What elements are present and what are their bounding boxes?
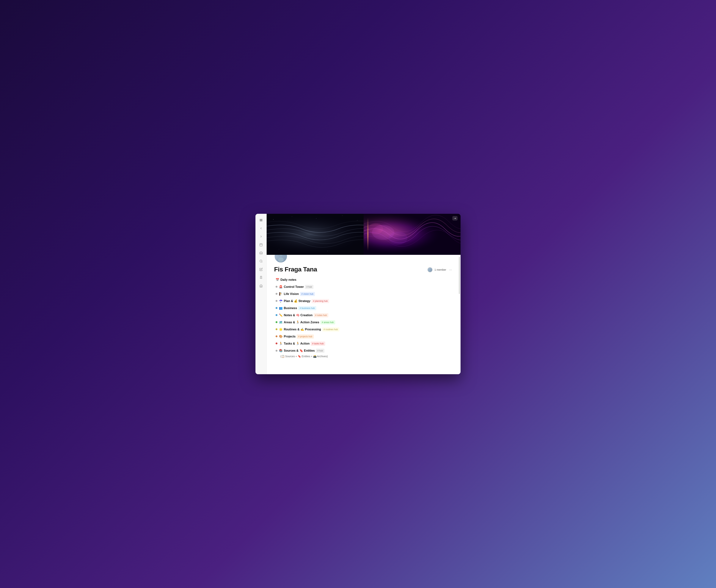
item-emoji: 🌟: [279, 327, 283, 332]
sidebar-toggle-icon[interactable]: [258, 217, 264, 224]
item-label: Daily notes: [280, 278, 296, 282]
svg-point-7: [260, 260, 262, 262]
svg-point-18: [327, 251, 328, 251]
svg-rect-3: [260, 244, 262, 246]
expand-button[interactable]: ⇥: [452, 216, 458, 220]
sidebar: [256, 214, 267, 374]
back-icon[interactable]: [258, 225, 264, 232]
item-tag: # tasks hub: [311, 341, 325, 346]
app-window: ⇥ Fis Fraga Tana: [256, 214, 460, 374]
item-content: 🏃 Tasks & 🏃 Action # tasks hub: [279, 341, 325, 346]
svg-rect-1: [260, 220, 262, 220]
item-label: Control Tower: [284, 285, 304, 289]
item-dot: [276, 335, 278, 337]
item-tag: # hub: [305, 285, 313, 289]
banner: [267, 214, 460, 255]
item-label: Sources & 🔖 Entities: [284, 349, 315, 353]
member-info: 1 member ···: [427, 267, 453, 272]
item-content: 🧗 Life Vision # vision hub: [279, 292, 315, 296]
svg-point-23: [368, 223, 383, 234]
item-emoji: 📚: [279, 349, 283, 353]
item-label: Life Vision: [284, 292, 299, 296]
member-avatar-icon: [427, 267, 433, 272]
workspace-title: Fis Fraga Tana: [274, 266, 317, 273]
item-emoji: 🚨: [279, 285, 283, 289]
list-item[interactable]: 👥 Business # business hub: [274, 305, 453, 311]
list-item[interactable]: 🗺️ Areas & 🏃 Action Zones # areas hub: [274, 319, 453, 326]
profile-section: Fis Fraga Tana 1 member ···: [274, 255, 453, 273]
member-count: 1 member: [434, 268, 446, 271]
banner-right: [364, 214, 460, 255]
main-content: ⇥ Fis Fraga Tana: [267, 214, 460, 374]
list-item[interactable]: 🏃 Tasks & 🏃 Action # tasks hub: [274, 340, 453, 347]
svg-point-12: [273, 219, 274, 219]
item-emoji: 🏃: [279, 341, 283, 346]
item-dot: [276, 321, 278, 323]
item-emoji: 👥: [279, 306, 283, 310]
scrollbar-track: [459, 255, 460, 374]
item-tag: # hub: [316, 349, 324, 353]
item-dot: [276, 342, 278, 344]
scrollbar-thumb[interactable]: [459, 257, 460, 294]
item-dot: [276, 328, 278, 330]
search-icon[interactable]: [258, 258, 264, 265]
item-dot: [276, 293, 278, 295]
item-content: ☂️ Plan & 💰 Strategy # planning hub: [279, 299, 329, 303]
item-content: 📚 Sources & 🔖 Entities # hub: [279, 349, 324, 353]
item-dot: [276, 300, 278, 302]
item-dot: [276, 286, 278, 288]
top-bar: ⇥: [452, 216, 458, 220]
item-label: Routines & ✍️ Processing: [284, 327, 321, 332]
sources-main-row: 📚 Sources & 🔖 Entities # hub: [276, 349, 324, 353]
item-tag: # areas hub: [320, 320, 335, 324]
item-content: 👥 Business # business hub: [279, 306, 316, 310]
item-tag: # vision hub: [300, 292, 315, 296]
svg-rect-0: [260, 219, 262, 219]
svg-point-28: [278, 257, 284, 262]
list-item[interactable]: 🧗 Life Vision # vision hub: [274, 291, 453, 297]
item-tag: # business hub: [298, 306, 316, 310]
home-icon[interactable]: [258, 282, 264, 289]
inbox-icon[interactable]: [258, 250, 264, 256]
forward-icon[interactable]: [258, 233, 264, 240]
item-emoji: 🧗: [279, 292, 283, 296]
list-item[interactable]: 🚨 Control Tower # hub: [274, 284, 453, 290]
svg-point-15: [342, 215, 343, 216]
svg-point-24: [389, 231, 407, 245]
item-label: Notes & 🧠 Creation: [284, 313, 312, 317]
calendar-icon[interactable]: [258, 241, 264, 248]
list-item[interactable]: 🌟 Routines & ✍️ Processing # routines hu…: [274, 326, 453, 333]
item-dot: [276, 314, 278, 316]
list-item[interactable]: 📚 Sources & 🔖 Entities # hub (📋 Sources …: [274, 348, 453, 359]
svg-rect-11: [267, 214, 373, 255]
svg-point-13: [292, 216, 292, 217]
svg-rect-2: [260, 221, 262, 221]
banner-left: [267, 214, 373, 255]
item-content: 🌟 Routines & ✍️ Processing # routines hu…: [279, 327, 339, 332]
item-content: 📅 Daily notes: [276, 278, 296, 282]
item-emoji: 🎨: [279, 334, 283, 339]
item-dot: [276, 350, 278, 352]
workspace-header: Fis Fraga Tana 1 member ···: [274, 266, 453, 273]
list-item[interactable]: 🎨 Projects # projects hub: [274, 333, 453, 340]
item-emoji: ☂️: [279, 299, 283, 303]
item-dot: [276, 307, 278, 309]
list-item[interactable]: 📅 Daily notes: [274, 277, 453, 283]
item-tag: # projects hub: [297, 335, 313, 339]
item-emoji: 📅: [276, 278, 279, 282]
sources-sub-text: (📋 Sources + 🔖 Entities + 🗃️ Archives): [280, 354, 328, 358]
item-label: Tasks & 🏃 Action: [284, 341, 309, 346]
compose-icon[interactable]: [258, 266, 264, 273]
list-item[interactable]: ☂️ Plan & 💰 Strategy # planning hub: [274, 298, 453, 304]
item-label: Plan & 💰 Strategy: [284, 299, 310, 303]
item-content: ✏️ Notes & 🧠 Creation # notes hub: [279, 313, 328, 317]
svg-point-16: [357, 220, 357, 220]
avatar-image: [275, 255, 287, 262]
pin-icon[interactable]: [258, 274, 264, 281]
item-emoji: ✏️: [279, 313, 283, 317]
banner-image: [267, 214, 460, 255]
banner-center-line: [368, 214, 368, 255]
items-list: 📅 Daily notes 🚨 Control Tower # hub: [274, 277, 453, 359]
list-item[interactable]: ✏️ Notes & 🧠 Creation # notes hub: [274, 312, 453, 318]
more-options-button[interactable]: ···: [448, 268, 453, 272]
